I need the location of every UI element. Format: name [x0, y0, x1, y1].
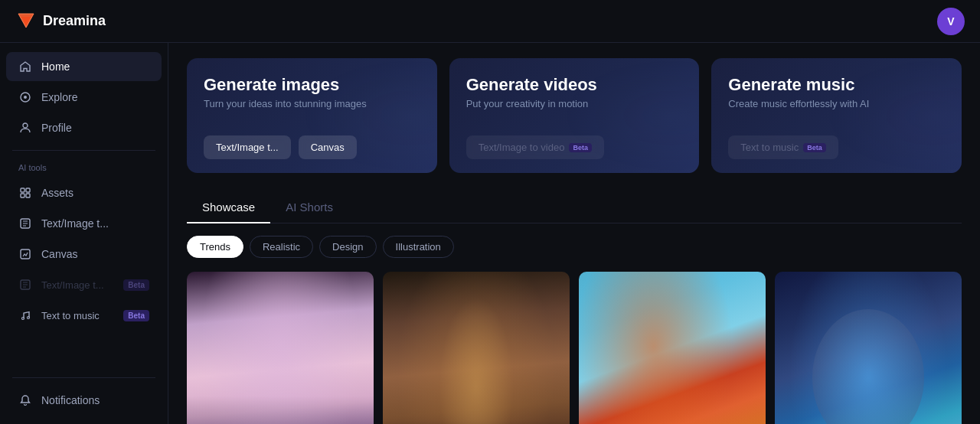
svg-point-13: [22, 318, 24, 320]
sidebar-label-textimage: Text/Image t...: [41, 217, 109, 230]
sidebar-item-canvas[interactable]: Canvas: [6, 240, 162, 269]
filter-illustration[interactable]: Illustration: [383, 236, 454, 258]
gen-images-title: Generate images: [204, 75, 420, 95]
main-content: Generate images Turn your ideas into stu…: [168, 43, 980, 424]
logo-icon: [15, 11, 37, 32]
sidebar-label-assets: Assets: [41, 187, 74, 199]
text-to-video-button[interactable]: Text/Image to video Beta: [466, 135, 604, 159]
filter-realistic[interactable]: Realistic: [250, 236, 313, 258]
svg-point-14: [28, 317, 30, 319]
header: Dreamina V: [0, 0, 980, 43]
assets-icon: [18, 186, 32, 200]
image-card-1[interactable]: [187, 272, 374, 424]
sidebar-item-texttomusic[interactable]: Text to music Beta: [6, 301, 162, 330]
generate-videos-card: Generate videos Put your creativity in m…: [449, 58, 700, 173]
image-card-4[interactable]: [775, 272, 962, 424]
explore-icon: [18, 90, 32, 104]
gen-music-title: Generate music: [728, 75, 945, 95]
home-icon: [18, 60, 32, 73]
sidebar-divider-1: [12, 150, 155, 151]
tab-showcase[interactable]: Showcase: [187, 194, 270, 223]
image-grid: [187, 272, 962, 424]
sidebar-label-explore: Explore: [41, 91, 77, 103]
beta-badge-textimage2: Beta: [123, 279, 149, 291]
gen-images-actions: Text/Image t... Canvas: [204, 135, 420, 159]
textimage-icon: [18, 217, 32, 230]
sidebar-item-explore[interactable]: Explore: [6, 83, 162, 112]
sidebar-label-profile: Profile: [41, 122, 72, 134]
tabs-row: Showcase AI Shorts: [187, 194, 962, 223]
logo-text: Dreamina: [43, 13, 106, 29]
canvas-icon: [18, 247, 32, 261]
svg-rect-9: [26, 194, 30, 197]
generate-music-card: Generate music Create music effortlessly…: [711, 58, 962, 173]
text-to-music-button[interactable]: Text to music Beta: [728, 135, 838, 159]
sidebar-item-home[interactable]: Home: [6, 52, 162, 81]
logo: Dreamina: [15, 11, 106, 32]
canvas-button[interactable]: Canvas: [299, 135, 357, 159]
music-icon: [18, 308, 32, 322]
textimage2-icon: [18, 278, 32, 292]
gen-videos-subtitle: Put your creativity in motion: [466, 98, 683, 109]
generate-images-card: Generate images Turn your ideas into stu…: [187, 58, 437, 173]
textimage-button[interactable]: Text/Image t...: [204, 135, 291, 159]
filter-trends[interactable]: Trends: [187, 236, 243, 258]
sidebar-item-notifications[interactable]: Notifications: [6, 386, 162, 415]
sidebar-item-profile[interactable]: Profile: [6, 113, 162, 142]
sidebar-item-textimage2[interactable]: Text/Image t... Beta: [6, 270, 162, 299]
image-card-2[interactable]: [383, 272, 570, 424]
sidebar-label-canvas: Canvas: [41, 248, 77, 260]
music-beta-badge: Beta: [803, 143, 826, 152]
tab-ai-shorts[interactable]: AI Shorts: [270, 194, 348, 223]
generate-cards-row: Generate images Turn your ideas into stu…: [187, 58, 962, 173]
svg-point-4: [24, 96, 27, 99]
filter-row: Trends Realistic Design Illustration: [187, 236, 962, 258]
sidebar-item-assets[interactable]: Assets: [6, 178, 162, 207]
sidebar-label-texttomusic: Text to music: [41, 310, 114, 321]
sidebar-divider-2: [12, 377, 155, 378]
sidebar-section-ai-tools: AI tools: [0, 158, 168, 177]
bell-icon: [18, 393, 32, 407]
beta-badge-music: Beta: [123, 310, 149, 321]
gen-music-subtitle: Create music effortlessly with AI: [728, 98, 945, 109]
filter-design[interactable]: Design: [319, 236, 376, 258]
image-card-3[interactable]: [579, 272, 766, 424]
svg-rect-11: [21, 250, 30, 259]
gen-music-actions: Text to music Beta: [728, 135, 945, 159]
video-beta-badge: Beta: [569, 143, 592, 152]
gen-images-subtitle: Turn your ideas into stunning images: [204, 98, 420, 109]
svg-rect-8: [21, 194, 24, 197]
sidebar-label-home: Home: [41, 60, 70, 73]
sidebar-item-textimage[interactable]: Text/Image t...: [6, 209, 162, 238]
svg-rect-7: [26, 188, 30, 192]
svg-point-5: [23, 123, 28, 128]
profile-icon: [18, 121, 32, 135]
avatar[interactable]: V: [937, 8, 965, 35]
sidebar-label-textimage2: Text/Image t...: [41, 279, 114, 291]
sidebar-label-notifications: Notifications: [41, 394, 100, 406]
gen-videos-title: Generate videos: [466, 75, 683, 95]
sidebar: Home Explore Profile AI tools: [0, 43, 168, 424]
svg-rect-6: [21, 188, 24, 192]
gen-videos-actions: Text/Image to video Beta: [466, 135, 683, 159]
